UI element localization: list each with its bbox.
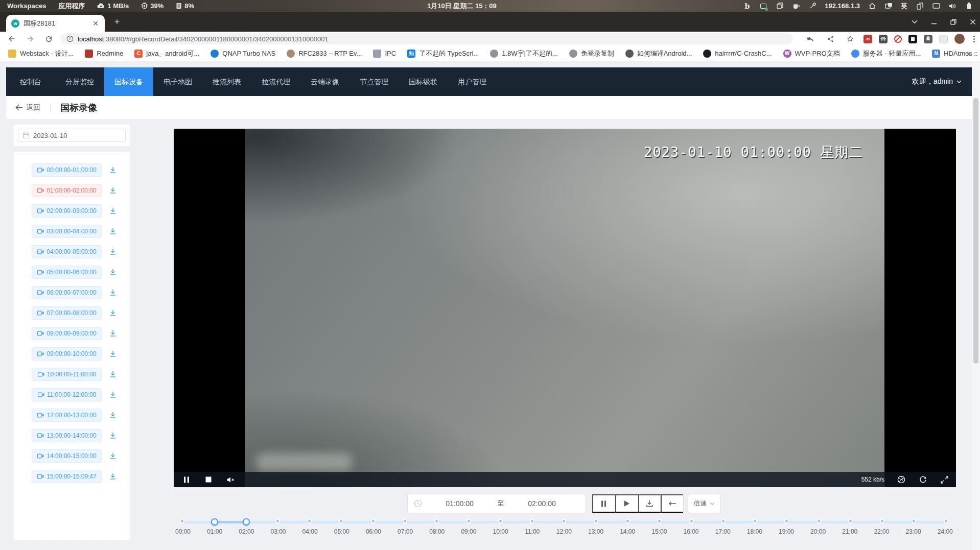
tray-caffeine-cup-icon[interactable] (792, 2, 800, 10)
tray-window-status-icon[interactable] (759, 2, 767, 10)
pause-button[interactable] (592, 494, 615, 513)
bookmark-item[interactable]: Redmine (85, 50, 123, 58)
record-download-button[interactable] (109, 227, 118, 236)
nav-tab[interactable]: 节点管理 (349, 67, 399, 96)
nav-tab[interactable]: 云端录像 (300, 67, 349, 96)
range-start-time[interactable]: 01:00:00 (422, 499, 497, 508)
time-range-picker[interactable]: 01:00:00 至 02:00:00 (407, 494, 586, 513)
record-time-chip[interactable]: 04:00:00-05:00:00 (32, 245, 102, 258)
record-time-chip[interactable]: 15:00:00-15:09:47 (32, 470, 102, 483)
stop-icon[interactable] (204, 475, 213, 484)
display-icon[interactable] (932, 2, 940, 10)
bookmark-item[interactable]: N HDAtmos :: 种子 *... (932, 49, 980, 58)
window-restore-button[interactable] (950, 19, 956, 25)
record-download-button[interactable] (109, 472, 118, 481)
nav-tab[interactable]: 国标级联 (399, 67, 448, 96)
record-time-chip[interactable]: 12:00:00-13:00:00 (32, 409, 102, 422)
timeline-track[interactable] (183, 521, 945, 523)
record-download-button[interactable] (109, 451, 118, 461)
record-time-chip[interactable]: 13:00:00-14:00:00 (32, 429, 102, 442)
applications-menu[interactable]: 应用程序 (58, 2, 85, 11)
extension-dark-icon[interactable] (924, 35, 932, 43)
clock[interactable]: 1月10日 星期二 15：09 (427, 0, 497, 12)
pause-icon[interactable] (182, 475, 191, 484)
reload-button[interactable] (42, 32, 55, 45)
window-close-button[interactable] (970, 19, 976, 25)
nav-tab[interactable]: 国标设备 (104, 67, 153, 96)
range-end-time[interactable]: 02:00:00 (504, 499, 579, 508)
record-time-chip[interactable]: 06:00:00-07:00:00 (32, 286, 102, 299)
bookmark-item[interactable]: W WVP-PRO文档 (783, 49, 840, 58)
record-download-button[interactable] (109, 390, 118, 399)
extension-blocker-icon[interactable] (894, 35, 902, 43)
refresh-icon[interactable] (918, 475, 927, 484)
record-time-chip[interactable]: 10:00:00-11:00:00 (32, 368, 102, 381)
bookmark-item[interactable]: 免登录复制 (569, 49, 614, 58)
record-time-chip[interactable]: 05:00:00-06:00:00 (32, 266, 102, 279)
nav-tab[interactable]: 拉流代理 (251, 67, 300, 96)
bookmark-item[interactable]: RFC2833 – RTP Ev... (287, 50, 362, 58)
scrollbar-thumb[interactable] (973, 98, 978, 364)
record-download-button[interactable] (109, 329, 118, 338)
new-tab-button[interactable]: + (111, 16, 123, 28)
bookmark-item[interactable]: QNAP Turbo NAS (211, 50, 275, 58)
record-download-button[interactable] (109, 349, 118, 358)
bookmark-item[interactable]: 知 了不起的 TypeScri... (407, 49, 479, 58)
snapshot-icon[interactable] (897, 475, 906, 484)
record-time-chip[interactable]: 01:00:00-02:00:00 (32, 184, 102, 197)
tray-color-picker-icon[interactable] (808, 2, 816, 10)
input-method-indicator[interactable]: 英 (901, 2, 907, 11)
window-minimize-button[interactable] (931, 19, 937, 25)
nav-tab[interactable]: 控制台 (6, 67, 55, 96)
record-download-button[interactable] (109, 165, 118, 175)
record-download-button[interactable] (109, 186, 118, 195)
tab-search-chevron-icon[interactable] (912, 20, 918, 23)
page-scrollbar[interactable] (972, 61, 980, 550)
record-download-button[interactable] (109, 288, 118, 297)
bookmark-item[interactable]: IPC (373, 50, 396, 58)
record-time-chip[interactable]: 00:00:00-01:00:00 (32, 163, 102, 177)
record-time-chip[interactable]: 08:00:00-09:00:00 (32, 327, 102, 340)
bookmarks-overflow-icon[interactable]: » (967, 50, 971, 58)
browser-menu-icon[interactable] (971, 36, 977, 42)
extension-light-icon[interactable] (939, 35, 948, 43)
extension-js-icon[interactable]: JS (864, 35, 872, 43)
play-button[interactable] (615, 494, 638, 513)
bookmark-star-icon[interactable] (844, 32, 857, 45)
volume-icon[interactable] (948, 2, 956, 10)
tab-close-icon[interactable]: ✕ (91, 19, 100, 28)
seek-back-button[interactable] (661, 494, 683, 513)
record-download-button[interactable] (109, 308, 118, 318)
workspace-switcher-icon[interactable] (884, 2, 893, 10)
extension-incognito-icon[interactable] (879, 35, 888, 43)
nav-tab[interactable]: 分屏监控 (55, 67, 104, 96)
back-button[interactable] (5, 32, 18, 45)
record-download-button[interactable] (109, 370, 118, 379)
bookmark-item[interactable]: C java、android可... (134, 49, 199, 58)
bookmark-item[interactable]: 服务器 - 轻量应用... (851, 49, 921, 58)
bookmark-item[interactable]: Webstack - 设计... (8, 49, 74, 58)
playback-speed-dropdown[interactable]: 倍速 (688, 494, 720, 513)
back-link[interactable]: 返回 (15, 103, 40, 112)
record-download-button[interactable] (109, 206, 118, 216)
record-time-chip[interactable]: 11:00:00-12:00:00 (32, 388, 102, 401)
battery-icon[interactable] (965, 2, 973, 10)
browser-tab[interactable]: w 国标28181 ✕ (6, 15, 105, 32)
password-key-icon[interactable] (804, 32, 817, 45)
record-time-chip[interactable]: 02:00:00-03:00:00 (32, 204, 102, 218)
timeline-handle[interactable] (211, 518, 218, 525)
user-menu[interactable]: 欢迎，admin (912, 67, 962, 96)
forward-button[interactable] (24, 32, 37, 45)
timeline-handle[interactable] (243, 518, 250, 525)
bookmark-item[interactable]: hairrrrr/C-CrashC... (703, 50, 772, 58)
profile-avatar[interactable] (954, 34, 965, 44)
tray-app-b-icon[interactable]: b (743, 2, 751, 10)
home-icon[interactable] (868, 2, 876, 10)
nav-tab[interactable]: 推流列表 (202, 67, 251, 96)
record-download-button[interactable] (109, 431, 118, 440)
record-download-button[interactable] (109, 411, 118, 420)
nav-tab[interactable]: 用户管理 (448, 67, 497, 96)
phone-link-icon[interactable] (916, 2, 924, 10)
date-picker-input[interactable]: 2023-01-10 (18, 129, 126, 142)
record-download-button[interactable] (109, 268, 118, 277)
